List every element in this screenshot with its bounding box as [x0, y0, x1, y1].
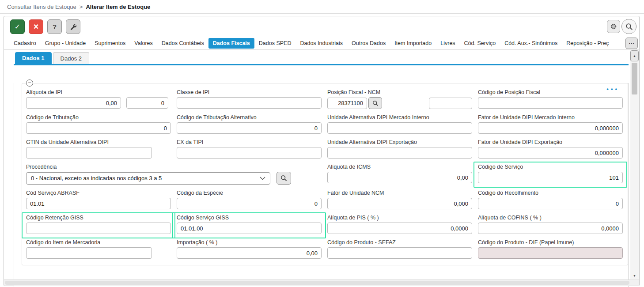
procedencia-select[interactable]: 0 - Nacional, exceto as indicadas nos có… [26, 172, 270, 185]
form-row-3: GTIN da Unidade Alternativa DIPI EX da T… [26, 139, 623, 159]
codigo-servico-giss-input[interactable] [177, 223, 322, 234]
breadcrumb-separator: > [80, 4, 83, 10]
breadcrumb-current: Alterar Item de Estoque [86, 4, 150, 10]
posicao-fiscal-extra-input[interactable] [429, 98, 472, 109]
cod-servico-abrasf-input[interactable] [26, 198, 171, 209]
field-procedencia: Procedência 0 - Nacional, exceto as indi… [26, 164, 322, 185]
field-label: Código Retenção GISS [26, 215, 171, 221]
field-codigo-do-item-de-mercadoria: Código do Item de Mercadoria [26, 239, 171, 259]
aliquota-cofins-input[interactable] [478, 223, 623, 234]
tab-dados-industriais[interactable]: Dados Industriais [295, 38, 347, 49]
tab-reposicao-preco[interactable]: Reposição - Preç [562, 38, 613, 49]
help-button[interactable]: ? [47, 19, 62, 34]
field-cod-servico-abrasf: Cód Serviço ABRASF [26, 190, 171, 209]
tab-overflow-button[interactable]: ··· [625, 38, 638, 49]
field-posicao-fiscal-ncm: Posição Fiscal - NCM [327, 89, 472, 109]
posicao-fiscal-ncm-input[interactable] [327, 98, 367, 109]
unidade-alternativa-dipi-exportacao-input[interactable] [327, 147, 472, 159]
tab-dados-sped[interactable]: Dados SPED [254, 38, 296, 49]
cancel-button[interactable]: × [29, 19, 43, 34]
codigo-do-produto-dif-input [478, 247, 623, 259]
settings-button[interactable] [607, 20, 620, 33]
field-classe-ipi: Classe de IPI [177, 89, 322, 109]
subtab-underline [14, 64, 629, 65]
highlight-codigo-retencao-giss: Código Retenção GISS [22, 212, 175, 238]
field-label: EX da TIPI [177, 139, 322, 146]
codigo-do-recolhimento-input[interactable] [478, 198, 623, 209]
codigo-posicao-fiscal-input[interactable] [478, 97, 623, 109]
procedencia-search-button[interactable] [277, 172, 291, 185]
scroll-down-button[interactable]: ▼ [633, 272, 636, 279]
wrench-icon [70, 23, 76, 30]
field-codigo-do-produto-dif: Código do Produto - DIF (Papel Imune) [478, 239, 623, 259]
scroll-up-button[interactable]: ▲ [630, 50, 639, 61]
tab-cod-servico[interactable]: Cód. Serviço [460, 38, 500, 49]
codigo-do-item-de-mercadoria-input[interactable] [26, 247, 152, 259]
codigo-do-produto-sefaz-input[interactable] [327, 247, 472, 259]
field-codigo-tributacao-alternativo: Código de Tributação Alternativo [177, 114, 322, 134]
fator-unidade-dipi-exportacao-input[interactable] [478, 147, 623, 159]
aliquota-ipi-extra-input[interactable] [126, 97, 168, 109]
field-label: Unidade Alternativa DIPI Mercado Interno [327, 114, 472, 121]
gtin-unidade-alternativa-dipi-input[interactable] [26, 147, 152, 159]
codigo-servico-input[interactable] [478, 172, 623, 183]
field-codigo-posicao-fiscal: Código de Posição Fiscal [478, 89, 623, 109]
toolbar-right-group [607, 19, 636, 34]
ex-da-tipi-input[interactable] [177, 147, 322, 159]
tab-dados-contabeis[interactable]: Dados Contábeis [157, 38, 208, 49]
unidade-alternativa-dipi-mi-input[interactable] [327, 122, 472, 134]
toolbar-left-group: ✓ × ? [10, 19, 80, 34]
field-codigo-do-recolhimento: Código do Recolhimento [478, 190, 623, 209]
field-codigo-servico-giss: Código Serviço GISS [177, 215, 322, 234]
procedencia-selected-option: 0 - Nacional, exceto as indicadas nos có… [31, 175, 162, 181]
fator-unidade-ncm-input[interactable] [327, 198, 472, 209]
tab-dados-fiscais[interactable]: Dados Fiscais [208, 38, 254, 49]
search-button[interactable] [621, 19, 636, 34]
tab-livres[interactable]: Livres [436, 38, 459, 49]
tab-grupo-unidade[interactable]: Grupo - Unidade [41, 38, 90, 49]
tab-outros-dados[interactable]: Outros Dados [347, 38, 390, 49]
field-label: Procedência [26, 164, 322, 170]
codigo-da-especie-input[interactable] [177, 198, 322, 209]
aliquota-pis-input[interactable] [327, 223, 472, 234]
ncm-search-button[interactable] [368, 97, 382, 109]
breadcrumb: Consultar Itens de Estoque > Alterar Ite… [0, 0, 644, 14]
field-fator-unidade-dipi-mercado-interno: Fator de Unidade DIPI Mercado Interno [478, 114, 623, 134]
form-row-2: Código de Tributação Código de Tributaçã… [26, 114, 623, 134]
field-label: Código do Item de Mercadoria [26, 239, 171, 246]
tab-cadastro[interactable]: Cadastro [9, 38, 41, 49]
search-icon [372, 100, 379, 106]
toolbar: ✓ × ? [4, 16, 639, 37]
field-label: Classe de IPI [177, 89, 322, 96]
codigo-tributacao-input[interactable] [26, 122, 171, 134]
tab-valores[interactable]: Valores [130, 38, 157, 49]
field-label: Código Serviço GISS [177, 215, 322, 221]
collapse-minus-icon[interactable]: − [26, 79, 33, 87]
field-label: Código do Produto - DIF (Papel Imune) [478, 239, 623, 246]
codigo-retencao-giss-input[interactable] [26, 223, 171, 234]
vertical-scrollbar-thumb[interactable] [632, 63, 637, 94]
field-unidade-alternativa-dipi-exportacao: Unidade Alternativa DIPI Exportação [327, 139, 472, 159]
field-label: Importação ( % ) [177, 239, 322, 246]
breadcrumb-parent-link[interactable]: Consultar Itens de Estoque [7, 4, 76, 10]
tab-item-importado[interactable]: Item Importado [390, 38, 436, 49]
classe-ipi-input[interactable] [177, 97, 322, 109]
aliquota-ipi-input[interactable] [26, 97, 121, 109]
horizontal-scrollbar-thumb[interactable] [5, 281, 629, 285]
search-icon [280, 175, 287, 181]
horizontal-scrollbar[interactable] [4, 279, 639, 286]
importacao-pct-input[interactable] [177, 247, 322, 259]
aliquota-icms-input[interactable] [327, 172, 472, 183]
vertical-scrollbar[interactable]: ▲ ▼ [630, 50, 639, 279]
field-label: Código de Tributação Alternativo [177, 114, 322, 121]
tab-suprimentos[interactable]: Suprimentos [90, 38, 130, 49]
subtab-dados-1[interactable]: Dados 1 [15, 52, 52, 64]
subtab-dados-2[interactable]: Dados 2 [53, 52, 89, 64]
fator-unidade-dipi-mi-input[interactable] [478, 122, 623, 134]
field-label: Alíquota de IPI [26, 89, 171, 96]
tab-cod-aux-sinonimos[interactable]: Cód. Aux.- Sinônimos [500, 38, 562, 49]
codigo-tributacao-alternativo-input[interactable] [177, 122, 322, 134]
field-aliquota-icms: Alíquota de ICMS [327, 164, 472, 185]
confirm-button[interactable]: ✓ [10, 19, 25, 34]
tools-button[interactable] [66, 19, 80, 34]
